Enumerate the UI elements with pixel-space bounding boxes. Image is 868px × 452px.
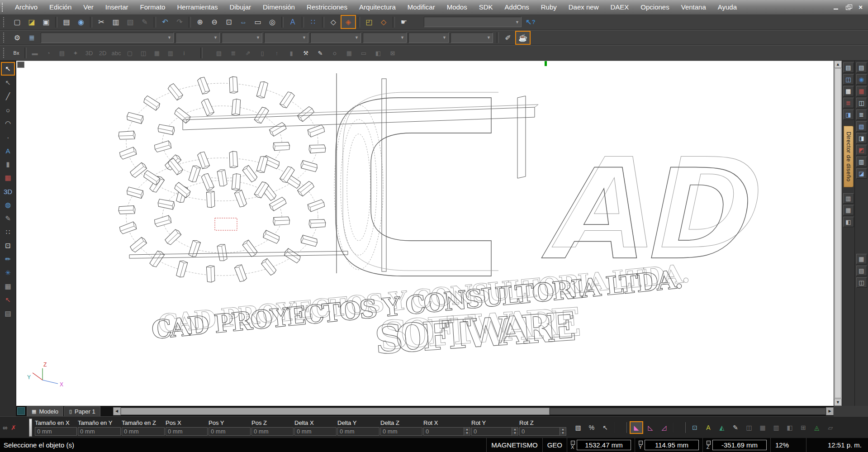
spell-check-icon[interactable]: A [285, 15, 300, 29]
text-style-combo[interactable]: ▼ [363, 33, 407, 43]
scroll-down-icon[interactable]: ▼ [834, 399, 842, 406]
open-file-icon[interactable]: ◪ [24, 15, 39, 29]
property-input[interactable]: 0 mm ▲▼ [209, 427, 251, 436]
property-input[interactable]: 0 ▲▼ [519, 427, 566, 436]
viewport-1-icon[interactable]: ◫ [743, 422, 755, 433]
workplane-xy-icon[interactable]: ◿ [658, 422, 670, 433]
link-objects-icon[interactable]: ∞ [3, 424, 7, 431]
box-select-icon[interactable]: ▧ [213, 47, 225, 60]
annotation-icon[interactable]: abc [110, 47, 123, 60]
separator[interactable] [281, 17, 284, 28]
pattern-icon[interactable]: ▧ [856, 121, 867, 132]
viewport-2-icon[interactable]: ▦ [756, 422, 769, 433]
render-mode-icon[interactable]: ◈ [341, 15, 356, 29]
export-box-icon[interactable]: ⊠ [386, 47, 399, 60]
properties-panel-icon[interactable]: ▤ [843, 62, 854, 73]
linestyle-combo[interactable]: ▼ [310, 33, 361, 43]
hscroll-thumb[interactable] [121, 408, 550, 415]
property-input[interactable]: 0 mm ▲▼ [337, 427, 379, 436]
viewport-icon[interactable]: ▢ [123, 47, 136, 60]
sheet-set-icon[interactable]: ◫ [856, 98, 867, 108]
paste-icon[interactable]: ▧ [123, 15, 138, 29]
property-input[interactable]: 0 mm ▲▼ [251, 427, 294, 436]
pan-icon[interactable]: ⇔ [236, 15, 251, 29]
tab-modelo[interactable]: ▦ Modelo [27, 406, 63, 416]
zoom-extents-icon[interactable]: ◎ [265, 15, 280, 29]
tool-palette-icon[interactable]: ▤ [856, 62, 867, 73]
point-tool[interactable]: ∙ [1, 131, 14, 143]
property-input[interactable]: 0 mm ▲▼ [35, 427, 77, 436]
command-combo[interactable]: ▼ [424, 17, 522, 27]
property-input[interactable]: 0 ▲▼ [423, 427, 470, 436]
menu-item[interactable]: Insertar [100, 0, 134, 14]
separator[interactable] [154, 17, 156, 28]
mode-2d-icon[interactable]: 2D [96, 47, 109, 60]
box-3d-icon[interactable]: ◇ [376, 15, 391, 29]
render-panel-icon[interactable]: ◨ [843, 109, 854, 120]
redo-icon[interactable]: ↷ [172, 15, 187, 29]
undo-icon[interactable]: ↶ [158, 15, 172, 29]
line-tool[interactable]: ╱ [1, 90, 14, 103]
menu-item[interactable]: Opciones [635, 0, 675, 14]
lineweight-combo[interactable]: ▼ [264, 33, 308, 43]
menu-item[interactable]: AddOns [499, 0, 535, 14]
menu-item[interactable]: Dimensión [257, 0, 301, 14]
settings-gear-icon[interactable]: ⚙ [10, 31, 24, 44]
set-square-icon[interactable]: ◭ [716, 422, 728, 433]
entity-snap-icon[interactable]: ≣ [24, 31, 39, 44]
views-panel-icon[interactable]: ◧ [843, 217, 854, 227]
plane-icon[interactable]: ▱ [824, 422, 837, 433]
magnetismo-toggle[interactable]: MAGNETISMO [486, 438, 542, 452]
property-input[interactable]: 0 mm ▲▼ [294, 427, 337, 436]
toolbar-drag-handle[interactable] [29, 419, 32, 437]
scrollbar-thumb[interactable] [835, 68, 841, 398]
layout-manager-icon[interactable]: ▬ [28, 47, 41, 60]
snowflake-tool[interactable]: ✳ [1, 266, 14, 279]
menu-item[interactable]: Modos [441, 0, 473, 14]
spinner[interactable]: ▲▼ [464, 428, 470, 435]
separator[interactable] [189, 17, 191, 28]
hscroll-left-icon[interactable]: ◀ [113, 407, 121, 415]
scroll-up-icon[interactable]: ▲ [834, 61, 842, 68]
pencil-tool[interactable]: ✏ [1, 253, 14, 266]
coffee-break-icon[interactable]: ☕ [515, 31, 531, 45]
layer-combo[interactable]: ▼ [41, 33, 174, 43]
separator[interactable] [90, 17, 92, 28]
dimension-style-combo[interactable]: ▼ [408, 33, 449, 43]
history-icon[interactable]: ◔ [42, 47, 55, 60]
new-file-icon[interactable]: ▢ [10, 15, 24, 29]
hscroll-right-icon[interactable]: ▶ [826, 407, 834, 415]
text-align-icon[interactable]: A [702, 422, 715, 433]
menu-item[interactable]: Modificar [402, 0, 441, 14]
percent-icon[interactable]: % [585, 422, 598, 433]
shade-icon[interactable]: ◨ [856, 133, 867, 143]
property-input[interactable]: 0 ▲▼ [471, 427, 518, 436]
brush-tool[interactable]: ✎ [1, 212, 14, 225]
menu-item[interactable]: Formato [134, 0, 171, 14]
monitor-icon[interactable]: ▭ [357, 47, 370, 60]
column-panel-icon[interactable]: ◫ [856, 277, 867, 288]
move-diagonal-icon[interactable]: ⇗ [242, 47, 254, 60]
design-director-tab[interactable]: Director de diseño [844, 126, 854, 187]
import-icon[interactable]: ◰ [362, 15, 376, 29]
separator[interactable] [55, 17, 57, 28]
column-icon[interactable]: ▮ [285, 47, 298, 60]
film-tool[interactable]: ▤ [1, 307, 14, 320]
viewport-4-icon[interactable]: ◧ [783, 422, 796, 433]
image-tool[interactable]: ▦ [1, 280, 14, 293]
print-style-combo[interactable]: ▼ [451, 33, 493, 43]
green-triangle-icon[interactable]: ◬ [811, 422, 823, 433]
linetype-combo[interactable]: ▼ [222, 33, 262, 43]
format-painter-icon[interactable]: ✎ [138, 15, 152, 29]
block-edit-icon[interactable]: Bx [10, 47, 23, 60]
layers-panel-icon[interactable]: ◫ [843, 74, 854, 85]
snap-grid-icon[interactable]: ∷ [306, 15, 320, 29]
separator[interactable] [358, 17, 360, 28]
print-preview-icon[interactable]: ◉ [74, 15, 88, 29]
block-tool[interactable]: ▮ [1, 158, 14, 171]
zoom-window-icon[interactable]: ⊡ [222, 15, 236, 29]
menu-item[interactable]: Ventana [675, 0, 712, 14]
sphere-tool[interactable]: ◍ [1, 199, 14, 211]
tile-windows-icon[interactable]: ⊞ [797, 422, 810, 433]
menu-item[interactable]: Ver [77, 0, 100, 14]
